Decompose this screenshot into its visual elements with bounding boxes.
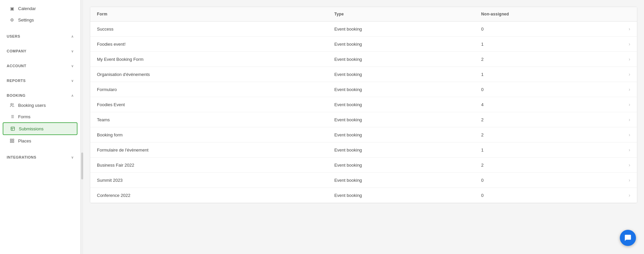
table-cell-type: Event booking <box>328 158 475 173</box>
table-cell-chevron: › <box>622 97 637 112</box>
table-row[interactable]: Formulaire de l'évènementEvent booking1› <box>90 142 637 158</box>
integrations-chevron: ∨ <box>71 156 74 159</box>
sidebar-item-booking-users[interactable]: Booking users <box>0 99 80 111</box>
svg-rect-7 <box>11 127 15 131</box>
sidebar-booking-header[interactable]: BOOKING ∧ <box>0 90 80 99</box>
table-cell-type: Event booking <box>328 127 475 142</box>
table-cell-non-assigned: 0 <box>475 188 622 203</box>
table-cell-type: Event booking <box>328 37 475 52</box>
table-row[interactable]: Foodies EventEvent booking4› <box>90 97 637 112</box>
table-header-row: Form Type Non-assigned <box>90 7 637 22</box>
account-chevron: ∨ <box>71 64 74 68</box>
table-row[interactable]: FormularoEvent booking0› <box>90 82 637 97</box>
sidebar-account-label: ACCOUNT <box>7 64 26 68</box>
places-icon <box>9 138 15 143</box>
table-cell-type: Event booking <box>328 22 475 37</box>
table-row[interactable]: Summit 2023Event booking0› <box>90 173 637 188</box>
table-cell-type: Event booking <box>328 142 475 158</box>
submissions-table-container: Form Type Non-assigned SuccessEvent book… <box>90 7 637 203</box>
table-cell-chevron: › <box>622 22 637 37</box>
booking-chevron: ∧ <box>71 94 74 97</box>
sidebar-item-calendar[interactable]: ▣ Calendar <box>0 3 80 14</box>
sidebar-reports-section: REPORTS ∨ <box>0 73 80 87</box>
table-row[interactable]: Foodies event!Event booking1› <box>90 37 637 52</box>
company-chevron: ∨ <box>71 49 74 53</box>
table-cell-type: Event booking <box>328 188 475 203</box>
column-chevron-header <box>622 7 637 22</box>
chat-support-button[interactable] <box>620 230 636 246</box>
table-cell-non-assigned: 0 <box>475 173 622 188</box>
chat-icon <box>624 234 632 242</box>
submissions-table: Form Type Non-assigned SuccessEvent book… <box>90 7 637 203</box>
table-header: Form Type Non-assigned <box>90 7 637 22</box>
submissions-icon <box>10 126 15 131</box>
sidebar-item-places[interactable]: Places <box>0 135 80 146</box>
sidebar-company-header[interactable]: COMPANY ∨ <box>0 46 80 55</box>
table-cell-non-assigned: 2 <box>475 158 622 173</box>
booking-users-icon <box>9 102 15 108</box>
svg-rect-13 <box>12 141 14 142</box>
table-cell-chevron: › <box>622 127 637 142</box>
sidebar-item-submissions-label: Submissions <box>19 126 44 131</box>
sidebar-scrollbar[interactable] <box>80 0 83 254</box>
table-cell-type: Event booking <box>328 52 475 67</box>
table-row[interactable]: Conference 2022Event booking0› <box>90 188 637 203</box>
table-row[interactable]: My Event Booking FormEvent booking2› <box>90 52 637 67</box>
table-row[interactable]: Business Fair 2022Event booking2› <box>90 158 637 173</box>
table-cell-chevron: › <box>622 142 637 158</box>
sidebar-item-settings[interactable]: ⚙ Settings <box>0 14 80 26</box>
sidebar-users-section: USERS ∧ <box>0 28 80 43</box>
settings-icon: ⚙ <box>9 17 15 23</box>
sidebar-top-section: ▣ Calendar ⚙ Settings <box>0 0 80 28</box>
sidebar-reports-header[interactable]: REPORTS ∨ <box>0 75 80 85</box>
table-cell-chevron: › <box>622 67 637 82</box>
table-cell-type: Event booking <box>328 67 475 82</box>
sidebar-item-forms-label: Forms <box>18 114 31 119</box>
table-cell-type: Event booking <box>328 173 475 188</box>
table-row[interactable]: TeamsEvent booking2› <box>90 112 637 127</box>
sidebar-booking-section: BOOKING ∧ Booking users Forms <box>0 87 80 149</box>
sidebar: ▣ Calendar ⚙ Settings USERS ∧ COMPANY ∨ … <box>0 0 80 254</box>
table-cell-type: Event booking <box>328 112 475 127</box>
table-row[interactable]: SuccessEvent booking0› <box>90 22 637 37</box>
sidebar-company-section: COMPANY ∨ <box>0 43 80 58</box>
table-row[interactable]: Organisation d'événementsEvent booking1› <box>90 67 637 82</box>
table-cell-non-assigned: 0 <box>475 82 622 97</box>
table-cell-type: Event booking <box>328 82 475 97</box>
table-cell-form: Formularo <box>90 82 328 97</box>
table-cell-form: Summit 2023 <box>90 173 328 188</box>
svg-point-0 <box>11 103 12 105</box>
sidebar-company-label: COMPANY <box>7 49 26 53</box>
sidebar-booking-label: BOOKING <box>7 93 25 97</box>
table-row[interactable]: Booking formEvent booking2› <box>90 127 637 142</box>
sidebar-reports-label: REPORTS <box>7 79 26 83</box>
table-cell-non-assigned: 2 <box>475 127 622 142</box>
sidebar-integrations-header[interactable]: INTEGRATIONS ∨ <box>0 152 80 161</box>
svg-rect-12 <box>10 141 12 142</box>
table-cell-form: My Event Booking Form <box>90 52 328 67</box>
reports-chevron: ∨ <box>71 79 74 83</box>
sidebar-scroll-thumb <box>81 153 83 179</box>
table-cell-form: Formulaire de l'évènement <box>90 142 328 158</box>
sidebar-item-forms[interactable]: Forms <box>0 111 80 122</box>
sidebar-account-section: ACCOUNT ∨ <box>0 58 80 73</box>
table-cell-form: Foodies Event <box>90 97 328 112</box>
table-cell-form: Foodies event! <box>90 37 328 52</box>
users-chevron: ∧ <box>71 35 74 38</box>
table-cell-type: Event booking <box>328 97 475 112</box>
sidebar-users-header[interactable]: USERS ∧ <box>0 31 80 40</box>
table-cell-non-assigned: 1 <box>475 37 622 52</box>
table-cell-non-assigned: 1 <box>475 142 622 158</box>
table-cell-form: Booking form <box>90 127 328 142</box>
table-cell-chevron: › <box>622 37 637 52</box>
svg-rect-11 <box>12 139 14 140</box>
table-cell-form: Business Fair 2022 <box>90 158 328 173</box>
sidebar-integrations-label: INTEGRATIONS <box>7 155 36 159</box>
sidebar-account-header[interactable]: ACCOUNT ∨ <box>0 60 80 70</box>
table-cell-chevron: › <box>622 158 637 173</box>
sidebar-item-submissions[interactable]: Submissions <box>3 122 77 135</box>
table-cell-chevron: › <box>622 188 637 203</box>
table-cell-non-assigned: 0 <box>475 22 622 37</box>
table-cell-form: Organisation d'événements <box>90 67 328 82</box>
column-non-assigned: Non-assigned <box>475 7 622 22</box>
